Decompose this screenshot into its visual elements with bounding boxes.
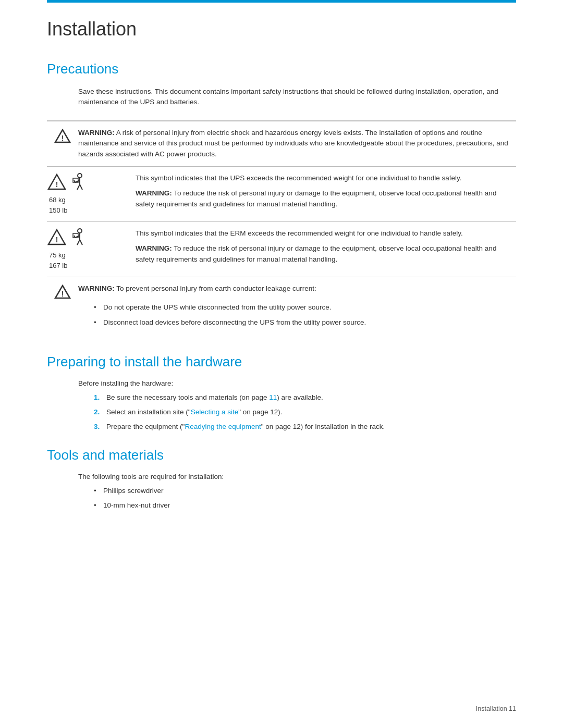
warnings-container: ! WARNING: A risk of personal injury fro… bbox=[47, 121, 516, 338]
ups-triangle-icon: ! bbox=[47, 173, 67, 191]
ups-symbol-text: This symbol indicates that the UPS excee… bbox=[136, 173, 516, 184]
svg-line-19 bbox=[80, 240, 82, 245]
warning-2-bullets: Do not operate the UPS while disconnecte… bbox=[78, 302, 366, 332]
ups-kg: 68 kg bbox=[49, 195, 67, 205]
svg-line-10 bbox=[80, 184, 82, 190]
precautions-heading: Precautions bbox=[47, 61, 516, 77]
erm-weight-warning-text: To reduce the risk of personal injury or… bbox=[136, 244, 496, 263]
erm-weight-row: ! 75 kg 167 lb bbox=[47, 222, 516, 277]
erm-weight-symbols: ! 75 kg 167 lb bbox=[47, 228, 136, 270]
footer-text: Installation 11 bbox=[476, 705, 516, 712]
svg-text:!: ! bbox=[62, 134, 64, 142]
tools-heading: Tools and materials bbox=[47, 447, 516, 463]
tools-item-2: 10-mm hex-nut driver bbox=[94, 500, 516, 511]
ups-weight-content: This symbol indicates that the UPS excee… bbox=[136, 173, 516, 210]
footer: Installation 11 bbox=[476, 705, 516, 712]
step1-link[interactable]: 11 bbox=[269, 393, 277, 401]
warning-triangle-icon-2: ! bbox=[54, 285, 71, 299]
svg-point-4 bbox=[78, 174, 82, 178]
svg-point-13 bbox=[78, 229, 82, 233]
ups-weight-icons: ! bbox=[47, 173, 89, 192]
preparing-heading: Preparing to install the hardware bbox=[47, 354, 516, 370]
tools-intro: The following tools are required for ins… bbox=[78, 473, 516, 480]
ups-weight-warning: WARNING: To reduce the risk of personal … bbox=[136, 188, 516, 210]
tools-list: Phillips screwdriver 10-mm hex-nut drive… bbox=[94, 486, 516, 511]
before-text: Before installing the hardware: bbox=[78, 379, 516, 387]
preparing-step-2: Select an installation site ("Selecting … bbox=[94, 407, 516, 417]
ups-weight-numbers: 68 kg 150 lb bbox=[47, 195, 67, 215]
warning-2-bullet-1: Do not operate the UPS while disconnecte… bbox=[94, 302, 366, 313]
warning-text-2-header: WARNING: To prevent personal injury from… bbox=[78, 283, 516, 294]
top-border bbox=[47, 0, 516, 3]
erm-triangle-icon: ! bbox=[47, 228, 67, 246]
warning-label-2: WARNING: bbox=[78, 285, 115, 292]
ups-person-icon bbox=[71, 173, 89, 192]
step2-link[interactable]: Selecting a site bbox=[191, 408, 239, 416]
page: Installation Precautions Save these inst… bbox=[0, 0, 563, 728]
tools-item-1: Phillips screwdriver bbox=[94, 486, 516, 496]
ups-lb: 150 lb bbox=[49, 205, 67, 216]
warning-2-bullet-list: Do not operate the UPS while disconnecte… bbox=[94, 302, 366, 328]
warning-text-1: WARNING: A risk of personal injury from … bbox=[78, 128, 516, 161]
erm-symbol-text: This symbol indicates that the ERM excee… bbox=[136, 228, 516, 239]
erm-weight-icons: ! bbox=[47, 228, 89, 247]
warning-row-2: ! WARNING: To prevent personal injury fr… bbox=[47, 277, 516, 338]
warning-icon-cell-2: ! bbox=[47, 283, 78, 299]
step3-link[interactable]: Readying the equipment bbox=[185, 423, 261, 430]
ups-weight-symbols: ! 68 kg 150 lb bbox=[47, 173, 136, 215]
preparing-steps: Be sure the necessary tools and material… bbox=[94, 392, 516, 433]
tools-section: Tools and materials The following tools … bbox=[47, 447, 516, 511]
precautions-intro: Save these instructions. This document c… bbox=[47, 87, 516, 121]
warning-body-1: A risk of personal injury from electric … bbox=[78, 129, 508, 158]
chapter-title: Installation bbox=[47, 18, 516, 40]
ups-weight-row: ! 68 kg 150 lb bbox=[47, 167, 516, 222]
warning-body-2: To prevent personal injury from earth co… bbox=[115, 285, 316, 292]
svg-text:!: ! bbox=[56, 236, 58, 244]
erm-weight-numbers: 75 kg 167 lb bbox=[47, 250, 67, 270]
warning-row-1: ! WARNING: A risk of personal injury fro… bbox=[47, 121, 516, 167]
ups-weight-warning-label: WARNING: bbox=[136, 189, 172, 197]
svg-text:!: ! bbox=[62, 290, 64, 298]
warning-icon-cell-1: ! bbox=[47, 128, 78, 143]
warning-row-2-header: ! WARNING: To prevent personal injury fr… bbox=[47, 283, 516, 299]
warning-label-1: WARNING: bbox=[78, 129, 115, 137]
erm-lb: 167 lb bbox=[49, 261, 67, 271]
preparing-step-3: Prepare the equipment ("Readying the equ… bbox=[94, 422, 516, 432]
warning-triangle-icon-1: ! bbox=[54, 129, 71, 143]
precautions-intro-text: Save these instructions. This document c… bbox=[78, 87, 516, 108]
ups-weight-warning-text: To reduce the risk of personal injury or… bbox=[136, 189, 496, 208]
erm-weight-warning: WARNING: To reduce the risk of personal … bbox=[136, 243, 516, 265]
preparing-section: Preparing to install the hardware Before… bbox=[47, 354, 516, 433]
svg-line-9 bbox=[77, 184, 80, 190]
svg-text:!: ! bbox=[56, 180, 58, 189]
erm-weight-content: This symbol indicates that the ERM excee… bbox=[136, 228, 516, 265]
erm-kg: 75 kg bbox=[49, 250, 67, 261]
warning-2-bullet-2: Disconnect load devices before disconnec… bbox=[94, 317, 366, 328]
erm-person-icon bbox=[71, 228, 89, 247]
preparing-step-1: Be sure the necessary tools and material… bbox=[94, 392, 516, 403]
svg-line-18 bbox=[77, 240, 80, 245]
erm-weight-warning-label: WARNING: bbox=[136, 244, 172, 252]
